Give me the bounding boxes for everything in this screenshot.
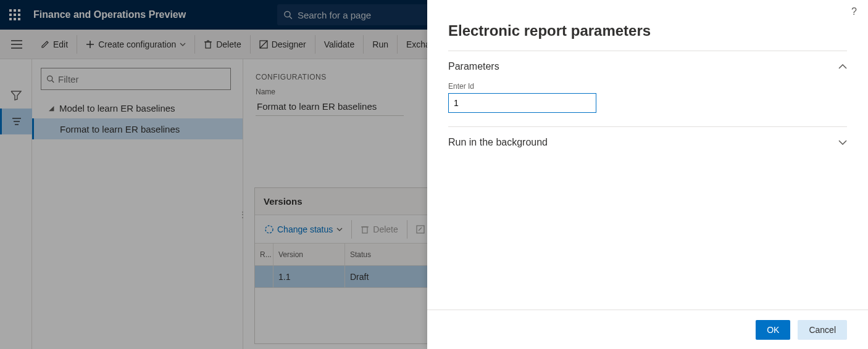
parameters-section: Parameters Enter Id — [448, 51, 847, 126]
parameters-section-header[interactable]: Parameters — [448, 61, 847, 72]
ok-button[interactable]: OK — [756, 320, 790, 340]
help-button[interactable]: ? — [851, 6, 857, 17]
enter-id-label: Enter Id — [448, 82, 847, 91]
enter-id-input[interactable] — [448, 93, 596, 113]
report-parameters-panel: ? Electronic report parameters Parameter… — [427, 0, 868, 349]
panel-title: Electronic report parameters — [427, 0, 868, 51]
cancel-button[interactable]: Cancel — [798, 320, 847, 340]
chevron-down-icon — [838, 140, 847, 145]
background-section-header[interactable]: Run in the background — [448, 137, 847, 148]
background-section-label: Run in the background — [448, 137, 548, 148]
chevron-up-icon — [838, 64, 847, 69]
parameters-section-label: Parameters — [448, 61, 499, 72]
background-section: Run in the background — [448, 126, 847, 158]
panel-footer: OK Cancel — [427, 310, 868, 349]
